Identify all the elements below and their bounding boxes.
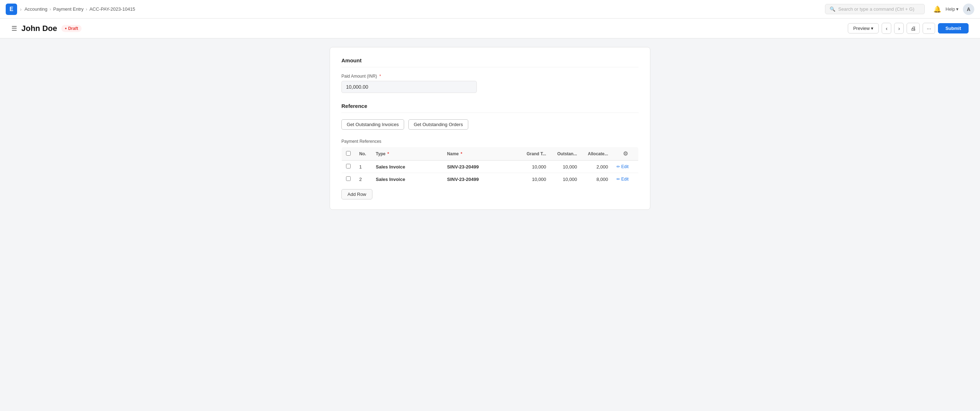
col-header-outstanding: Outstan... xyxy=(550,147,581,160)
global-search[interactable]: 🔍 Search or type a command (Ctrl + G) xyxy=(825,4,925,14)
main-content: Amount Paid Amount (INR) * 10,000.00 Ref… xyxy=(0,38,980,218)
table-row: 1 Sales Invoice SINV-23-20499 10,000 10, xyxy=(342,160,639,173)
row1-checkbox[interactable] xyxy=(346,164,351,168)
avatar[interactable]: A xyxy=(963,3,974,15)
prev-button[interactable]: ‹ xyxy=(881,23,891,34)
paid-amount-input[interactable]: 10,000.00 xyxy=(341,81,477,93)
nav-right-actions: 🔔 Help ▾ A xyxy=(933,3,974,15)
col-header-actions: ⚙ xyxy=(612,147,638,160)
paid-amount-label: Paid Amount (INR) * xyxy=(341,74,639,79)
notification-bell-icon[interactable]: 🔔 xyxy=(933,5,941,13)
breadcrumb-sep-2: › xyxy=(86,6,87,12)
reference-section-heading: Reference xyxy=(341,103,639,113)
breadcrumb: Accounting › Payment Entry › ACC-PAY-202… xyxy=(25,6,135,12)
row2-edit-cell: ✏ Edit xyxy=(612,173,638,186)
row2-checkbox-cell xyxy=(342,173,355,186)
hamburger-menu-icon[interactable]: ☰ xyxy=(11,25,17,32)
type-required-marker: * xyxy=(387,151,389,156)
name-required-marker: * xyxy=(461,151,463,156)
preview-button[interactable]: Preview ▾ xyxy=(848,23,879,33)
payment-references-table: No. Type * Name * Grand T... xyxy=(341,147,639,186)
row1-edit-cell: ✏ Edit xyxy=(612,160,638,173)
edit-pencil-icon: ✏ xyxy=(617,164,620,169)
amount-section-heading: Amount xyxy=(341,57,639,67)
page-header: ☰ John Doe Draft Preview ▾ ‹ › 🖨 ··· Sub… xyxy=(0,19,980,38)
paid-amount-required-marker: * xyxy=(379,74,381,79)
page-header-left: ☰ John Doe Draft xyxy=(11,24,82,33)
get-outstanding-invoices-button[interactable]: Get Outstanding Invoices xyxy=(341,119,404,130)
help-chevron-icon: ▾ xyxy=(956,6,959,12)
more-options-button[interactable]: ··· xyxy=(923,23,935,34)
amount-section: Amount Paid Amount (INR) * 10,000.00 xyxy=(341,57,639,93)
get-outstanding-orders-button[interactable]: Get Outstanding Orders xyxy=(408,119,468,130)
col-header-no: No. xyxy=(355,147,372,160)
row2-name: SINV-23-20499 xyxy=(443,173,521,186)
page-header-right: Preview ▾ ‹ › 🖨 ··· Submit xyxy=(848,23,969,34)
status-badge: Draft xyxy=(61,25,82,32)
table-row: 2 Sales Invoice SINV-23-20499 10,000 10, xyxy=(342,173,639,186)
col-header-name: Name * xyxy=(443,147,521,160)
breadcrumb-doc-id: ACC-PAY-2023-10415 xyxy=(89,6,135,12)
help-menu[interactable]: Help ▾ xyxy=(945,6,959,12)
print-button[interactable]: 🖨 xyxy=(907,23,920,34)
col-header-allocated: Allocate... xyxy=(581,147,612,160)
table-settings-icon[interactable]: ⚙ xyxy=(623,151,628,157)
breadcrumb-payment-entry[interactable]: Payment Entry xyxy=(53,6,83,12)
row2-type: Sales Invoice xyxy=(372,173,443,186)
col-header-checkbox xyxy=(342,147,355,160)
payment-references-label: Payment References xyxy=(341,139,639,144)
app-logo[interactable]: E xyxy=(6,3,17,15)
row1-no: 1 xyxy=(355,160,372,173)
next-button[interactable]: › xyxy=(894,23,904,34)
row1-allocated: 2,000 xyxy=(581,160,612,173)
row1-grand-total: 10,000 xyxy=(521,160,550,173)
col-header-type: Type * xyxy=(372,147,443,160)
edit-pencil-icon-2: ✏ xyxy=(617,177,620,182)
row2-allocated: 8,000 xyxy=(581,173,612,186)
select-all-checkbox[interactable] xyxy=(346,151,351,156)
row2-checkbox[interactable] xyxy=(346,176,351,181)
row1-checkbox-cell xyxy=(342,160,355,173)
breadcrumb-sep-1: › xyxy=(49,6,51,12)
row1-type: Sales Invoice xyxy=(372,160,443,173)
search-icon: 🔍 xyxy=(830,6,835,12)
add-row-button[interactable]: Add Row xyxy=(341,189,372,200)
form-card: Amount Paid Amount (INR) * 10,000.00 Ref… xyxy=(329,47,651,210)
row2-edit-button[interactable]: ✏ Edit xyxy=(617,177,634,182)
row1-name: SINV-23-20499 xyxy=(443,160,521,173)
breadcrumb-accounting[interactable]: Accounting xyxy=(25,6,48,12)
page-title: John Doe xyxy=(21,24,57,33)
row2-no: 2 xyxy=(355,173,372,186)
col-header-grand-total: Grand T... xyxy=(521,147,550,160)
reference-section: Reference Get Outstanding Invoices Get O… xyxy=(341,103,639,200)
row2-outstanding: 10,000 xyxy=(550,173,581,186)
row1-outstanding: 10,000 xyxy=(550,160,581,173)
submit-button[interactable]: Submit xyxy=(938,23,969,33)
breadcrumb-separator-0: › xyxy=(20,6,22,12)
row2-grand-total: 10,000 xyxy=(521,173,550,186)
top-navigation: E › Accounting › Payment Entry › ACC-PAY… xyxy=(0,0,980,19)
preview-chevron-icon: ▾ xyxy=(871,25,873,31)
row1-edit-button[interactable]: ✏ Edit xyxy=(617,164,634,169)
